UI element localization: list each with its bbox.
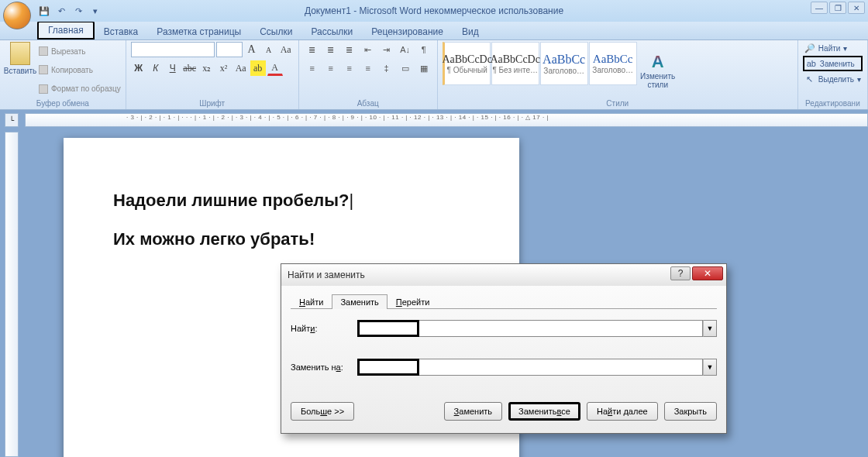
- document-line-2: Их можно легко убрать!: [113, 229, 470, 249]
- change-case-button[interactable]: Aa: [233, 60, 249, 76]
- font-size-combo[interactable]: [216, 42, 243, 57]
- group-label-styles: Стили: [443, 98, 793, 109]
- replace-dropdown-icon[interactable]: ▼: [703, 359, 717, 376]
- copy-icon: [39, 65, 48, 74]
- numbering-button[interactable]: ≣: [322, 42, 339, 57]
- redo-icon[interactable]: ↷: [71, 4, 85, 18]
- tab-references[interactable]: Ссылки: [250, 24, 301, 40]
- group-font: A A Aa Ж К Ч abc x₂ x² Aa ab A Шрифт: [126, 40, 299, 109]
- quick-access-toolbar: 💾 ↶ ↷ ▾: [37, 4, 102, 18]
- line-spacing-button[interactable]: ‡: [378, 60, 395, 76]
- dialog-tab-find[interactable]: Найти: [291, 294, 332, 309]
- qat-dropdown-icon[interactable]: ▾: [88, 4, 102, 18]
- shrink-font-button[interactable]: A: [261, 42, 277, 57]
- align-right-button[interactable]: ≡: [341, 60, 358, 76]
- style-heading2[interactable]: AaBbCc Заголово…: [589, 42, 637, 85]
- find-input-highlight[interactable]: [357, 320, 419, 337]
- decrease-indent-button[interactable]: ⇤: [360, 42, 377, 57]
- find-label: Найти:: [291, 324, 357, 333]
- font-color-button[interactable]: A: [267, 60, 283, 76]
- dialog-help-button[interactable]: ?: [670, 266, 691, 280]
- group-editing: 🔎Найти ▾ abЗаменить ↖Выделить ▾ Редактир…: [798, 40, 868, 109]
- borders-button[interactable]: ▦: [415, 60, 432, 76]
- strike-button[interactable]: abc: [182, 60, 198, 76]
- find-input-rest[interactable]: [419, 320, 703, 337]
- dialog-tab-goto[interactable]: Перейти: [388, 294, 439, 309]
- dialog-tab-replace[interactable]: Заменить: [332, 294, 387, 309]
- italic-button[interactable]: К: [148, 60, 164, 76]
- clear-formatting-button[interactable]: Aa: [278, 42, 294, 57]
- binoculars-icon: 🔎: [804, 43, 815, 53]
- dialog-title-text: Найти и заменить: [288, 270, 365, 280]
- find-replace-dialog: Найти и заменить ? ✕ Найти Заменить Пере…: [281, 263, 727, 434]
- find-dropdown-icon[interactable]: ▼: [703, 320, 717, 337]
- font-name-combo[interactable]: [131, 42, 215, 57]
- more-button[interactable]: Больше >>: [291, 402, 354, 421]
- dialog-tabs: Найти Заменить Перейти: [291, 294, 717, 309]
- find-combo[interactable]: ▼: [357, 320, 717, 337]
- dialog-close-button[interactable]: ✕: [692, 266, 723, 280]
- minimize-button[interactable]: —: [811, 2, 828, 14]
- style-normal[interactable]: AaBbCcDc ¶ Обычный: [443, 42, 491, 85]
- cursor-icon: ↖: [804, 74, 815, 84]
- window-controls: — ❐ ✕: [811, 2, 865, 14]
- multilevel-button[interactable]: ≣: [341, 42, 358, 57]
- tab-review[interactable]: Рецензирование: [362, 24, 453, 40]
- underline-button[interactable]: Ч: [165, 60, 181, 76]
- subscript-button[interactable]: x₂: [199, 60, 215, 76]
- tab-view[interactable]: Вид: [453, 24, 488, 40]
- change-styles-icon: A: [652, 52, 664, 72]
- increase-indent-button[interactable]: ⇥: [378, 42, 395, 57]
- office-button[interactable]: [3, 2, 31, 29]
- grow-font-button[interactable]: A: [244, 42, 260, 57]
- ribbon-tabs: Главная Вставка Разметка страницы Ссылки…: [0, 22, 868, 40]
- justify-button[interactable]: ≡: [360, 60, 377, 76]
- replace-button[interactable]: abЗаменить: [803, 56, 863, 71]
- bullets-button[interactable]: ≣: [304, 42, 321, 57]
- title-bar: 💾 ↶ ↷ ▾ Документ1 - Microsoft Word неком…: [0, 0, 868, 22]
- close-dialog-button[interactable]: Закрыть: [664, 402, 717, 421]
- format-painter-button[interactable]: Формат по образцу: [39, 84, 121, 94]
- group-styles: AaBbCcDc ¶ Обычный AaBbCcDc ¶ Без инте… …: [438, 40, 798, 109]
- shading-button[interactable]: ▭: [397, 60, 414, 76]
- superscript-button[interactable]: x²: [216, 60, 232, 76]
- replace-icon: ab: [806, 58, 817, 69]
- group-paragraph: ≣ ≣ ≣ ⇤ ⇥ A↓ ¶ ≡ ≡ ≡ ≡ ‡ ▭ ▦ Абзац: [299, 40, 438, 109]
- replace-label: Заменить на:: [291, 363, 357, 372]
- highlight-button[interactable]: ab: [250, 60, 266, 76]
- replace-all-button[interactable]: Заменить все: [508, 402, 580, 421]
- select-button[interactable]: ↖Выделить ▾: [803, 73, 863, 85]
- paste-button[interactable]: Вставить: [5, 42, 36, 98]
- bold-button[interactable]: Ж: [131, 60, 146, 76]
- restore-button[interactable]: ❐: [829, 2, 846, 14]
- style-no-spacing[interactable]: AaBbCcDc ¶ Без инте…: [491, 42, 539, 85]
- change-styles-button[interactable]: A Изменить стили: [638, 42, 678, 98]
- sort-button[interactable]: A↓: [397, 42, 414, 57]
- dialog-titlebar[interactable]: Найти и заменить ? ✕: [281, 264, 726, 286]
- tab-page-layout[interactable]: Разметка страницы: [147, 24, 250, 40]
- tab-selector[interactable]: └: [5, 113, 19, 127]
- find-button[interactable]: 🔎Найти ▾: [803, 42, 863, 54]
- find-next-button[interactable]: Найти далее: [587, 402, 658, 421]
- tab-insert[interactable]: Вставка: [95, 24, 148, 40]
- cut-button[interactable]: Вырезать: [39, 46, 121, 56]
- tab-home[interactable]: Главная: [37, 21, 95, 40]
- close-button[interactable]: ✕: [848, 2, 865, 14]
- paste-label: Вставить: [4, 67, 36, 75]
- align-left-button[interactable]: ≡: [304, 60, 321, 76]
- replace-combo[interactable]: ▼: [357, 359, 717, 376]
- scissors-icon: [39, 46, 48, 56]
- group-label-clipboard: Буфер обмена: [5, 98, 121, 109]
- align-center-button[interactable]: ≡: [322, 60, 339, 76]
- show-marks-button[interactable]: ¶: [415, 42, 432, 57]
- vertical-ruler[interactable]: [5, 132, 19, 457]
- copy-button[interactable]: Копировать: [39, 65, 121, 74]
- replace-input-highlight[interactable]: [357, 359, 419, 376]
- style-heading1[interactable]: AaBbCc Заголово…: [540, 42, 588, 85]
- save-icon[interactable]: 💾: [37, 4, 51, 18]
- replace-input-rest[interactable]: [419, 359, 703, 376]
- tab-mailings[interactable]: Рассылки: [301, 24, 362, 40]
- horizontal-ruler[interactable]: · 3 · | · 2 · | · 1 · | · · · | · 1 · | …: [25, 113, 868, 127]
- replace-one-button[interactable]: Заменить: [444, 402, 502, 421]
- undo-icon[interactable]: ↶: [54, 4, 68, 18]
